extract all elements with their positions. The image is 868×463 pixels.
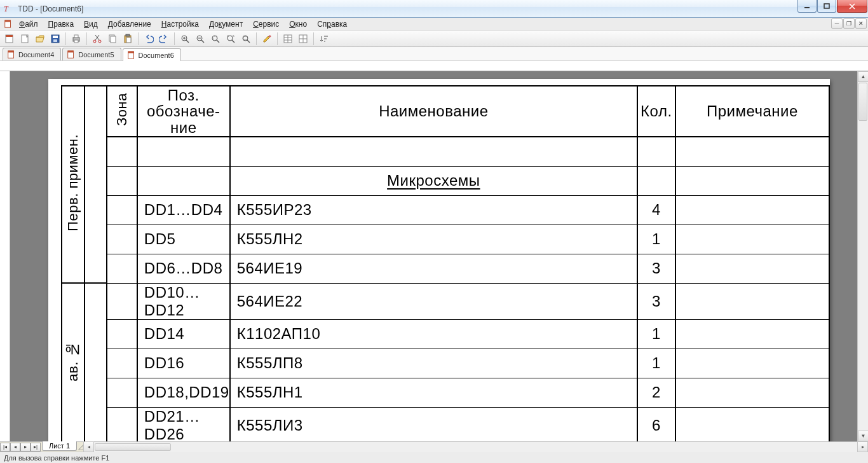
- menu-edit[interactable]: Правка: [43, 18, 79, 30]
- scroll-track[interactable]: [858, 121, 868, 431]
- svg-rect-2: [824, 4, 829, 8]
- cell-name[interactable]: 564ИЕ19: [230, 254, 637, 283]
- tb-edit-icon[interactable]: [260, 32, 274, 46]
- sheet-nav-first-icon[interactable]: |◂: [0, 443, 10, 452]
- cell-qty[interactable]: 3: [637, 283, 675, 319]
- cell-ref[interactable]: DD5: [137, 225, 230, 254]
- cell-name[interactable]: К555ИР23: [230, 195, 637, 225]
- cell-note[interactable]: [675, 378, 829, 407]
- mdi-minimize-button[interactable]: ─: [831, 18, 843, 29]
- spec-table[interactable]: Перв. примен. Зона Поз. обозначе- ние На…: [61, 85, 830, 441]
- cell-qty[interactable]: 6: [637, 407, 675, 441]
- cell-note[interactable]: [675, 407, 829, 441]
- tb-undo-icon[interactable]: [142, 32, 156, 46]
- cell-name[interactable]: К555ЛН1: [230, 378, 637, 407]
- side-col-1b: [85, 86, 107, 283]
- scroll-up-icon[interactable]: ▲: [858, 71, 868, 82]
- sheet-add-icon[interactable]: ◿: [78, 443, 83, 451]
- scroll-left-icon[interactable]: ◂: [83, 441, 94, 452]
- cell-ref[interactable]: DD21…DD26: [137, 407, 230, 441]
- tb-open-icon[interactable]: [33, 32, 47, 46]
- tb-zoom-fit-icon[interactable]: [224, 32, 238, 46]
- scroll-down-icon[interactable]: ▼: [858, 431, 868, 441]
- cell-name[interactable]: 564ИЕ22: [230, 283, 637, 319]
- tb-copy-icon[interactable]: [105, 32, 119, 46]
- cell-note[interactable]: [675, 319, 829, 349]
- scroll-right-icon[interactable]: ▸: [857, 441, 868, 452]
- menu-document[interactable]: Документ: [204, 18, 248, 30]
- tb-table-icon[interactable]: [296, 32, 310, 46]
- document-viewport[interactable]: Перв. примен. Зона Поз. обозначе- ние На…: [10, 71, 857, 441]
- cell-qty[interactable]: 1: [637, 225, 675, 254]
- svg-rect-14: [74, 35, 78, 38]
- tb-zoom-in-icon[interactable]: [178, 32, 192, 46]
- cell-name[interactable]: К555ЛН2: [230, 225, 637, 254]
- document-page[interactable]: Перв. примен. Зона Поз. обозначе- ние На…: [48, 79, 830, 441]
- tb-sep: [174, 32, 175, 45]
- svg-line-26: [186, 40, 189, 43]
- cell-qty[interactable]: 1: [637, 349, 675, 378]
- menu-help[interactable]: Справка: [312, 18, 352, 30]
- svg-rect-54: [68, 50, 74, 52]
- svg-rect-6: [5, 20, 11, 22]
- doctab-document4[interactable]: Document4: [3, 48, 61, 60]
- cell-qty[interactable]: 4: [637, 195, 675, 225]
- tb-cut-icon[interactable]: [90, 32, 104, 46]
- cell-note[interactable]: [675, 195, 829, 225]
- tb-print-icon[interactable]: [69, 32, 83, 46]
- cell-name[interactable]: К555ЛП8: [230, 349, 637, 378]
- statusbar: Для вызова справки нажмите F1: [0, 452, 868, 463]
- tb-save-icon[interactable]: [48, 32, 62, 46]
- cell-note[interactable]: [675, 283, 829, 319]
- svg-line-36: [232, 40, 234, 43]
- mdi-restore-button[interactable]: ❐: [843, 18, 855, 29]
- sheet-tab[interactable]: Лист 1: [42, 441, 77, 451]
- svg-rect-15: [74, 40, 78, 43]
- window-close-button[interactable]: [837, 0, 867, 13]
- menu-view[interactable]: Вид: [79, 18, 103, 30]
- menu-add[interactable]: Добавление: [103, 18, 156, 30]
- mdi-close-button[interactable]: ✕: [855, 18, 867, 29]
- svg-text:T: T: [4, 4, 9, 13]
- cell-note[interactable]: [675, 254, 829, 283]
- menu-window[interactable]: Окно: [284, 18, 312, 30]
- cell-ref[interactable]: DD10…DD12: [137, 283, 230, 319]
- vertical-scrollbar[interactable]: ▲ ▼: [857, 71, 868, 441]
- ruler-horizontal: [0, 61, 868, 71]
- cell-ref[interactable]: DD1…DD4: [137, 195, 230, 225]
- menu-settings[interactable]: Настройка: [156, 18, 204, 30]
- cell-ref[interactable]: DD16: [137, 349, 230, 378]
- cell-qty[interactable]: 3: [637, 254, 675, 283]
- tb-sort-icon[interactable]: [317, 32, 331, 46]
- doctab-document6[interactable]: Document6: [123, 48, 181, 61]
- tb-new-project-icon[interactable]: [3, 32, 17, 46]
- cell-ref[interactable]: DD18,DD19: [137, 378, 230, 407]
- cell-ref[interactable]: DD6…DD8: [137, 254, 230, 283]
- tb-zoom-prev-icon[interactable]: [239, 32, 253, 46]
- menu-file[interactable]: Файл: [14, 18, 43, 30]
- scroll-thumb[interactable]: [858, 83, 867, 121]
- window-maximize-button[interactable]: [817, 0, 836, 13]
- horizontal-scrollbar[interactable]: ◂ ▸: [83, 442, 868, 452]
- menu-service[interactable]: Сервис: [248, 18, 284, 30]
- tb-properties-icon[interactable]: [281, 32, 295, 46]
- cell-qty[interactable]: 2: [637, 378, 675, 407]
- tb-zoom-out-icon[interactable]: [193, 32, 207, 46]
- sheet-nav-prev-icon[interactable]: ◂: [10, 443, 20, 452]
- tb-zoom-region-icon[interactable]: [208, 32, 222, 46]
- cell-name[interactable]: К1102АП10: [230, 319, 637, 349]
- doctab-document5[interactable]: Document5: [62, 48, 121, 60]
- cell-ref[interactable]: DD14: [137, 319, 230, 349]
- cell-note[interactable]: [675, 349, 829, 378]
- cell-name[interactable]: К555ЛИ3: [230, 407, 637, 441]
- sheet-bar: |◂ ◂ ▸ ▸| Лист 1 ◿ ◂ ▸: [0, 441, 868, 452]
- tb-new-doc-icon[interactable]: [18, 32, 32, 46]
- scroll-thumb[interactable]: [95, 443, 171, 451]
- window-minimize-button[interactable]: [797, 0, 817, 13]
- tb-paste-icon[interactable]: [121, 32, 135, 46]
- cell-note[interactable]: [675, 225, 829, 254]
- sheet-nav-last-icon[interactable]: ▸|: [31, 443, 41, 452]
- sheet-nav-next-icon[interactable]: ▸: [20, 443, 31, 452]
- tb-redo-icon[interactable]: [157, 32, 171, 46]
- cell-qty[interactable]: 1: [637, 319, 675, 349]
